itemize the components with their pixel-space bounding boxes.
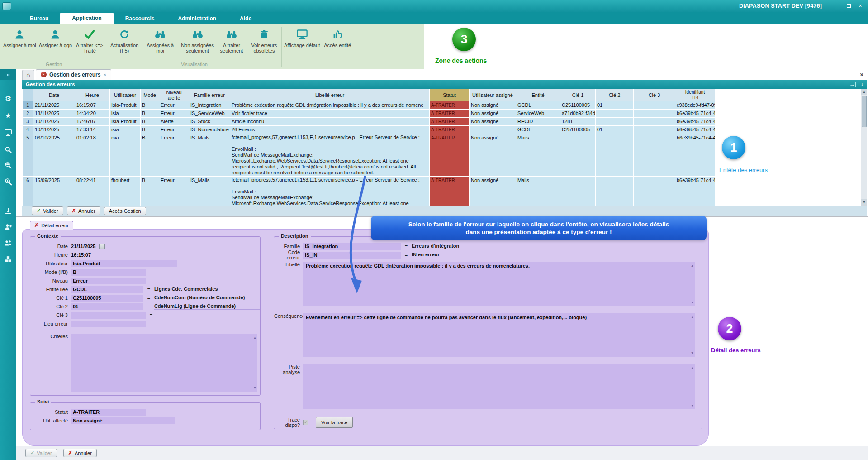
- col-header-famille[interactable]: Famille erreur: [189, 89, 230, 101]
- util-affecte-field[interactable]: Non assigné: [71, 417, 175, 424]
- scroll-up-icon[interactable]: ▲: [691, 263, 694, 268]
- scroll-down-icon[interactable]: ▼: [691, 350, 694, 356]
- assign-to-someone-button[interactable]: Assigner à qqn: [38, 28, 73, 48]
- table-row[interactable]: 2 18/11/2025 14:34:20 isia B Erreur IS_S…: [23, 109, 715, 117]
- tab-close-icon[interactable]: ×: [103, 72, 106, 77]
- col-header-entite[interactable]: Entité: [516, 89, 560, 101]
- tab-overflow-icon[interactable]: »: [860, 71, 863, 78]
- status-badge: A-TRAITER: [430, 101, 470, 109]
- scroll-up-icon[interactable]: ▲: [691, 365, 694, 371]
- col-header-libelle[interactable]: Libellé erreur: [230, 89, 430, 101]
- col-header-assigne[interactable]: Utilisateur assigné: [470, 89, 516, 101]
- libelle-textarea[interactable]: Problème exécution requête GDL :Intégrat…: [303, 262, 695, 306]
- thumbs-up-icon: [332, 28, 343, 41]
- cle1-field[interactable]: C251100005: [71, 295, 143, 302]
- minimize-button[interactable]: —: [832, 2, 842, 10]
- col-header-heure[interactable]: Heure: [75, 89, 110, 101]
- code-erreur-field[interactable]: IS_IN: [303, 252, 401, 259]
- cle2-field[interactable]: 01: [71, 303, 143, 310]
- entite-field[interactable]: GCDL: [71, 286, 143, 293]
- menu-tab-aide[interactable]: Aide: [228, 13, 263, 24]
- tab-gestion-des-erreurs[interactable]: × Gestion des erreurs ×: [36, 69, 111, 80]
- cancel-button[interactable]: ✗ Annuler: [67, 206, 100, 215]
- cle3-field[interactable]: [71, 312, 146, 319]
- entity-access-button[interactable]: Accès entité: [321, 28, 354, 48]
- grid-viewport: Date Heure Utilisateur Mode Niveau alert…: [22, 89, 867, 206]
- packages-icon[interactable]: [5, 255, 12, 264]
- monitor-icon[interactable]: [4, 129, 12, 138]
- statut-field[interactable]: A-TRAITER: [71, 409, 146, 416]
- col-header-mode[interactable]: Mode: [141, 89, 159, 101]
- col-header-identifiant[interactable]: Identifiant 114: [675, 89, 715, 101]
- table-row[interactable]: 3 10/11/2025 17:46:07 Isia-Produit B Ale…: [23, 117, 715, 125]
- gear-icon[interactable]: ⚙: [5, 95, 11, 102]
- toggle-treated-button[interactable]: A traiter <=> Traité: [73, 28, 106, 53]
- home-tab[interactable]: ⌂: [22, 70, 34, 80]
- utilisateur-field[interactable]: Isia-Produit: [71, 260, 177, 267]
- users-icon[interactable]: [4, 239, 13, 248]
- scroll-up-arrow[interactable]: ▲: [861, 89, 867, 95]
- piste-analyse-textarea[interactable]: ▲ ▼: [303, 364, 695, 409]
- to-treat-only-filter-button[interactable]: A traiter seulement: [215, 28, 248, 53]
- assign-to-me-button[interactable]: Assigner à moi: [2, 28, 38, 48]
- col-header-statut[interactable]: Statut: [430, 89, 470, 101]
- search-document-icon[interactable]: [5, 161, 12, 170]
- cancel-button[interactable]: ✗ Annuler: [63, 449, 97, 457]
- assigned-to-me-filter-button[interactable]: Assignées à moi: [141, 28, 180, 53]
- cle1-description: CdeNumCom (Numéro de Commande): [154, 295, 260, 301]
- zoom-in-icon[interactable]: [4, 177, 12, 187]
- table-row[interactable]: 6 15/09/2025 08:22:41 fhoubert B Erreur …: [23, 176, 715, 206]
- mode-field[interactable]: B: [71, 269, 146, 276]
- default-display-button[interactable]: Affichage défaut: [283, 28, 321, 48]
- maximize-button[interactable]: [844, 2, 854, 10]
- tab-detail-erreur[interactable]: ✗ Détail erreur: [30, 221, 73, 230]
- table-row[interactable]: 1 21/11/2025 16:15:07 Isia-Produit B Err…: [23, 101, 715, 109]
- ribbon-group-visualisation: Actualisation (F5) Assignées à moi Non a…: [108, 24, 280, 69]
- col-header-cle3[interactable]: Clé 3: [634, 89, 675, 101]
- scroll-up-icon[interactable]: ▲: [691, 314, 694, 320]
- unassigned-only-filter-button[interactable]: Non assignées seulement: [180, 28, 215, 53]
- validate-button[interactable]: ✓ Valider: [25, 449, 57, 457]
- star-icon[interactable]: ★: [5, 112, 11, 120]
- col-header-date[interactable]: Date: [33, 89, 75, 101]
- famille-field[interactable]: IS_Integration: [303, 243, 401, 250]
- scroll-down-icon[interactable]: ▼: [691, 402, 694, 408]
- vertical-scrollbar[interactable]: ▲ ▼: [861, 89, 867, 206]
- search-icon[interactable]: [5, 146, 12, 155]
- scroll-to-end-icon[interactable]: →|: [849, 81, 856, 87]
- trace-checkbox[interactable]: ✓: [303, 420, 308, 425]
- download-icon[interactable]: [5, 207, 12, 216]
- scroll-thumb[interactable]: [862, 96, 867, 127]
- scroll-down-icon[interactable]: ▼: [253, 385, 256, 391]
- table-row[interactable]: 4 10/11/2025 17:33:14 isia B Erreur IS_N…: [23, 125, 715, 134]
- menu-tab-raccourcis[interactable]: Raccourcis: [114, 13, 166, 24]
- access-management-button[interactable]: Accès Gestion: [104, 207, 146, 215]
- date-picker-button[interactable]: [99, 244, 105, 249]
- close-detail-icon[interactable]: ✗: [34, 222, 38, 228]
- menu-tab-bureau[interactable]: Bureau: [18, 13, 60, 24]
- menu-tab-application[interactable]: Application: [60, 13, 113, 24]
- view-trace-button[interactable]: Voir la trace: [316, 417, 353, 428]
- lieu-field[interactable]: [71, 321, 146, 327]
- sidebar-expand-icon[interactable]: »: [0, 69, 16, 80]
- menu-tab-administration[interactable]: Administration: [166, 13, 228, 24]
- col-header-niveau[interactable]: Niveau alerte: [159, 89, 189, 101]
- scroll-to-bottom-icon[interactable]: ↓: [861, 81, 863, 87]
- add-user-icon[interactable]: [4, 223, 12, 232]
- scroll-down-icon[interactable]: ▼: [691, 299, 694, 305]
- close-button[interactable]: ×: [855, 2, 865, 10]
- col-header-cle1[interactable]: Clé 1: [560, 89, 596, 101]
- criteres-textarea[interactable]: ▲ ▼: [71, 334, 257, 392]
- col-header-cle2[interactable]: Clé 2: [596, 89, 634, 101]
- consequence-textarea[interactable]: Evénément en erreur => cette ligne de co…: [303, 313, 695, 357]
- validate-button[interactable]: ✓ Valider: [32, 206, 63, 215]
- scroll-up-icon[interactable]: ▲: [253, 335, 256, 340]
- col-header-utilisateur[interactable]: Utilisateur: [110, 89, 141, 101]
- refresh-button[interactable]: Actualisation (F5): [108, 28, 141, 53]
- table-row[interactable]: 5 06/10/2025 01:02:18 isia B Erreur IS_M…: [23, 134, 715, 176]
- obsolete-errors-button[interactable]: Voir erreurs obsolètes: [248, 28, 280, 53]
- scroll-down-arrow[interactable]: ▼: [861, 199, 867, 206]
- niveau-field[interactable]: Erreur: [71, 278, 146, 284]
- group-label-gestion: Gestion: [2, 62, 106, 69]
- user-icon: [50, 28, 61, 41]
